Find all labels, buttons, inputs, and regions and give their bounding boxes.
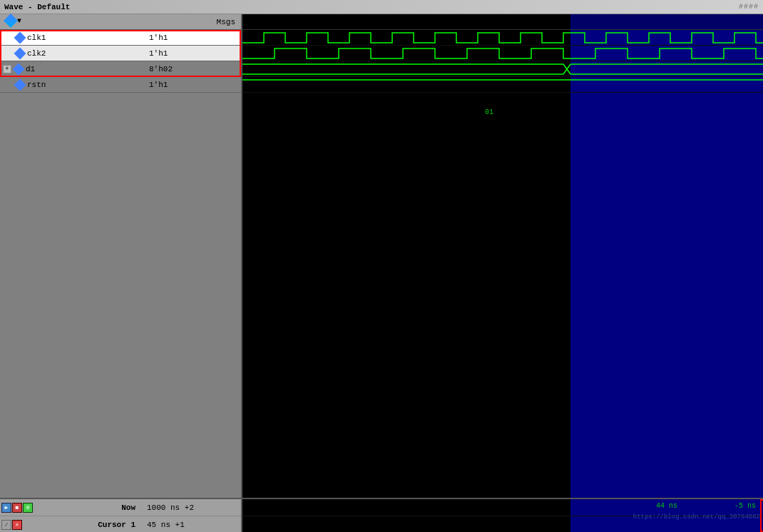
signal-row-rstn[interactable]: rstn 1'h1 <box>0 77 241 93</box>
signal-row-d1[interactable]: + d1 8'h02 <box>0 61 241 77</box>
signal-header-msgs: Msgs <box>146 18 241 26</box>
icon-cursor-tool[interactable]: / <box>1 520 11 530</box>
clk1-waveform <box>242 30 763 46</box>
wave-row-d1 <box>242 61 763 77</box>
signal-name-clk1: clk1 <box>0 34 146 42</box>
drag-lines: #### <box>739 3 759 11</box>
status-left-panel: ▶ ■ ⚙ Now 1000 ns +2 / ✕ Cursor 1 45 ns … <box>0 499 242 532</box>
d1-waveform <box>242 61 763 77</box>
status-row-cursor: / ✕ Cursor 1 45 ns +1 <box>0 516 241 532</box>
clk2-icon <box>14 47 26 59</box>
icon-cursor-delete[interactable]: ✕ <box>12 520 22 530</box>
wave-row-clk1 <box>242 30 763 46</box>
status-icons-row2: / ✕ <box>0 518 40 531</box>
status-icons-row1: ▶ ■ ⚙ <box>0 501 40 514</box>
signal-list: clk1 1'h1 clk2 1'h1 + d1 <box>0 30 241 471</box>
clk2-value: 1'h1 <box>146 49 241 58</box>
signal-empty-area <box>0 93 241 471</box>
rstn-value: 1'h1 <box>146 81 241 89</box>
signal-row-clk2[interactable]: clk2 1'h1 <box>0 46 241 61</box>
wave-area: 01 |02 <box>242 14 763 498</box>
d1-value: 8'h02 <box>146 65 241 73</box>
signal-panel-icon[interactable]: ▼ <box>6 16 21 26</box>
icon-stop[interactable]: ■ <box>12 503 22 513</box>
wave-row-rstn <box>242 77 763 93</box>
status-row-now: ▶ ■ ⚙ Now 1000 ns +2 <box>0 499 241 516</box>
signal-name-d1: + d1 <box>0 65 146 73</box>
highlight-left <box>570 30 763 498</box>
rstn-icon <box>14 78 26 91</box>
wave-row-clk2 <box>242 46 763 61</box>
clk1-value: 1'h1 <box>146 34 241 42</box>
clk2-waveform <box>242 46 763 61</box>
signal-name-rstn: rstn <box>0 81 146 89</box>
signal-panel: ▼ Msgs clk1 1'h1 <box>0 14 242 498</box>
main-container: ▼ Msgs clk1 1'h1 <box>0 14 763 498</box>
time-44ns: 44 ns <box>656 502 677 510</box>
d1-label: d1 <box>26 65 35 73</box>
title-text: Wave - Default <box>4 3 70 11</box>
signal-header-icon-area: ▼ <box>0 16 146 28</box>
time-minus5ns: -5 ns <box>734 502 756 510</box>
signal-name-clk2: clk2 <box>0 49 146 58</box>
title-bar: Wave - Default #### <box>0 0 763 14</box>
signal-header: ▼ Msgs <box>0 14 241 30</box>
signal-row-clk1[interactable]: clk1 1'h1 <box>0 30 241 46</box>
rstn-waveform <box>242 77 763 93</box>
time-marker-01: 01 <box>485 108 493 116</box>
icon-film[interactable]: ▶ <box>1 503 11 513</box>
rstn-label: rstn <box>27 81 46 89</box>
status-now-label: Now <box>40 503 141 512</box>
clk2-label: clk2 <box>27 49 46 58</box>
icon-settings[interactable]: ⚙ <box>23 503 33 513</box>
status-now-value: 1000 ns +2 <box>141 503 241 512</box>
wave-content[interactable]: 01 |02 <box>242 30 763 498</box>
clk1-label: clk1 <box>27 34 46 42</box>
wave-header <box>242 14 763 30</box>
status-cursor1-label: Cursor 1 <box>40 521 141 529</box>
d1-expand[interactable]: + <box>3 65 11 73</box>
wave-header-highlight <box>570 14 763 29</box>
clk1-icon <box>14 31 26 44</box>
watermark: https://blog.csdn.net/qq_30794062 <box>633 513 760 521</box>
d1-icon <box>13 63 25 75</box>
status-cursor1-value: 45 ns +1 <box>141 521 241 529</box>
